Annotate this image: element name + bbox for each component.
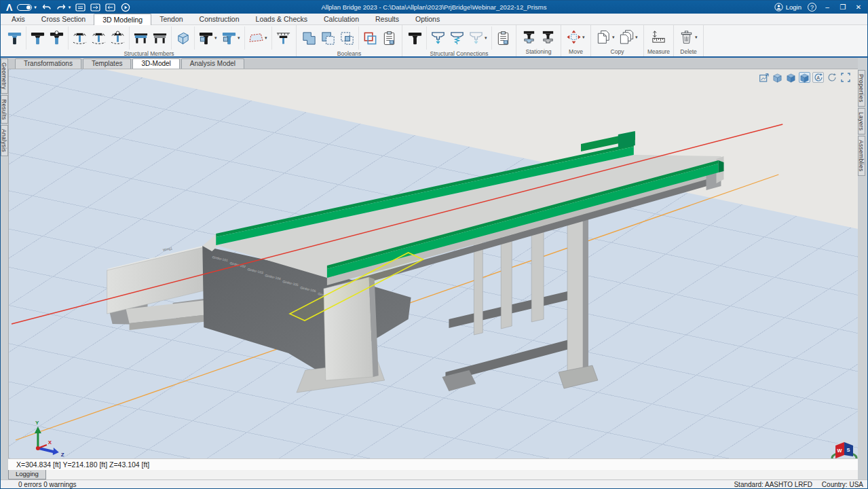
auto-rotate-icon[interactable]: A xyxy=(812,72,824,83)
connection-manager-icon[interactable] xyxy=(494,28,512,48)
substructure-icon[interactable] xyxy=(197,28,215,48)
copy-multiple-icon[interactable] xyxy=(618,27,636,48)
rotate-icon[interactable] xyxy=(826,72,837,83)
titlebar: Allplan Bridge 2023 - C:\Data\Allplan\20… xyxy=(1,1,867,14)
tab-templates[interactable]: Templates xyxy=(83,58,132,69)
deck-slab-icon[interactable] xyxy=(132,28,150,48)
menu-axis[interactable]: Axis xyxy=(3,14,33,24)
panel-tab-properties[interactable]: Properties xyxy=(858,70,865,107)
rigid-connection-icon[interactable] xyxy=(406,28,424,48)
pier-on-axis-icon[interactable] xyxy=(90,28,108,48)
girder-between-axes-icon[interactable] xyxy=(71,28,89,48)
composite-deck-icon[interactable] xyxy=(151,28,169,48)
group-label: Stationing xyxy=(520,48,557,56)
pier-icon[interactable] xyxy=(29,28,47,48)
help-button[interactable]: ? xyxy=(808,3,816,12)
copy-multiple-dropdown-icon[interactable]: ▾ xyxy=(635,35,640,40)
released-connection-dropdown-icon[interactable]: ▾ xyxy=(485,35,489,41)
group-label: Measure xyxy=(647,48,670,56)
undo-icon[interactable] xyxy=(41,3,52,12)
panel-tab-geometry[interactable]: Geometry xyxy=(1,58,8,94)
fullscreen-icon[interactable] xyxy=(839,72,851,83)
axis-z-label: Z xyxy=(61,452,64,458)
group-label: Move xyxy=(565,48,587,56)
move-icon[interactable] xyxy=(565,27,583,48)
quick-toggle-icon[interactable] xyxy=(17,4,32,11)
redo-dropdown-icon[interactable]: ▾ xyxy=(69,5,71,10)
released-connection-icon[interactable] xyxy=(467,28,485,48)
view-shaded-edges-icon[interactable] xyxy=(799,72,810,83)
tab-3d-model[interactable]: 3D-Model xyxy=(132,58,179,69)
plate-dropdown-icon[interactable]: ▾ xyxy=(265,35,269,41)
panel-tab-assemblies[interactable]: Assemblies xyxy=(858,136,865,175)
measure-icon[interactable] xyxy=(649,27,668,48)
station-regions-icon[interactable] xyxy=(539,27,557,48)
compare-solids-icon[interactable] xyxy=(361,28,379,48)
copy-dropdown-icon[interactable]: ▾ xyxy=(612,35,617,40)
menu-results[interactable]: Results xyxy=(367,14,407,24)
redo-icon[interactable] xyxy=(56,3,67,12)
coordinate-bar: X=304.834 [ft] Y=214.180 [ft] Z=43.104 [… xyxy=(8,458,858,470)
union-icon[interactable] xyxy=(300,28,318,48)
minimize-button[interactable]: – xyxy=(823,3,832,11)
menu-loads-checks[interactable]: Loads & Checks xyxy=(248,14,316,24)
bearing-icon[interactable] xyxy=(429,28,447,48)
menu-tendon[interactable]: Tendon xyxy=(151,14,191,24)
menu-options[interactable]: Options xyxy=(407,14,448,24)
substructure-dropdown-icon[interactable]: ▾ xyxy=(214,35,219,41)
svg-text:A: A xyxy=(816,75,820,80)
view-shaded-icon[interactable] xyxy=(785,72,797,83)
group-booleans: Booleans xyxy=(297,25,402,56)
tab-transformations[interactable]: Transformations xyxy=(15,58,81,69)
delete-dropdown-icon[interactable]: ▾ xyxy=(695,35,700,40)
subtract-icon[interactable] xyxy=(319,28,337,48)
group-move: ▾ Move xyxy=(561,25,591,56)
toggle-dropdown-icon[interactable]: ▾ xyxy=(34,5,37,10)
panel-tab-analysis[interactable]: Analysis xyxy=(1,125,8,156)
fit-view-icon[interactable] xyxy=(758,72,770,83)
substructure-template-dropdown-icon[interactable]: ▾ xyxy=(238,35,242,41)
restore-button[interactable]: ❐ xyxy=(838,3,848,11)
login-button[interactable]: Login xyxy=(774,3,801,12)
plate-icon[interactable] xyxy=(247,28,265,48)
panel-tab-layers[interactable]: Layers xyxy=(858,108,865,134)
menu-3d-modeling[interactable]: 3D Modeling xyxy=(94,14,151,25)
logging-tab[interactable]: Logging xyxy=(8,470,46,479)
intersect-icon[interactable] xyxy=(338,28,356,48)
cross-member-icon[interactable] xyxy=(48,28,66,48)
3d-viewport[interactable]: A xyxy=(8,69,858,458)
run-icon[interactable] xyxy=(120,3,130,12)
move-dropdown-icon[interactable]: ▾ xyxy=(582,35,587,40)
girder-icon[interactable] xyxy=(5,28,24,48)
import-icon[interactable] xyxy=(105,3,115,12)
user-icon xyxy=(774,3,783,12)
new-project-icon[interactable] xyxy=(75,3,86,12)
ws-logo: W S Λ xyxy=(832,439,857,458)
spring-connection-icon[interactable] xyxy=(448,28,466,48)
menu-calculation[interactable]: Calculation xyxy=(316,14,367,24)
menu-cross-section[interactable]: Cross Section xyxy=(33,14,94,24)
error-warning-count: 0 errors 0 warnings xyxy=(1,481,77,488)
solid-prism-icon[interactable] xyxy=(174,28,192,48)
substructure-template-icon[interactable] xyxy=(220,28,238,48)
boolean-manager-icon[interactable] xyxy=(380,28,398,48)
delete-icon[interactable] xyxy=(677,27,696,48)
point-member-icon[interactable] xyxy=(109,28,127,48)
panel-tab-results[interactable]: Results xyxy=(1,95,8,124)
group-stationing: Stationing xyxy=(516,25,561,56)
menu-construction[interactable]: Construction xyxy=(191,14,248,24)
group-label: Copy xyxy=(595,48,640,56)
station-points-icon[interactable] xyxy=(520,27,538,48)
export-icon[interactable] xyxy=(90,3,100,12)
group-delete: ▾ Delete xyxy=(674,25,704,56)
axis-x-label: X xyxy=(48,439,52,446)
group-label: Delete xyxy=(677,48,700,56)
document-tabs: Transformations Templates 3D-Model Analy… xyxy=(8,58,858,69)
window-title: Allplan Bridge 2023 - C:\Data\Allplan\20… xyxy=(1,3,867,11)
3d-viewport-canvas[interactable]: Girder-101 Girder-102 Girder-103 Girder-… xyxy=(9,69,858,458)
close-button[interactable]: ✕ xyxy=(854,3,863,11)
copy-icon[interactable] xyxy=(595,27,613,48)
section-distribution-icon[interactable] xyxy=(274,28,293,48)
view-mode-icon[interactable] xyxy=(772,72,783,83)
tab-analysis-model[interactable]: Analysis Model xyxy=(181,58,244,69)
